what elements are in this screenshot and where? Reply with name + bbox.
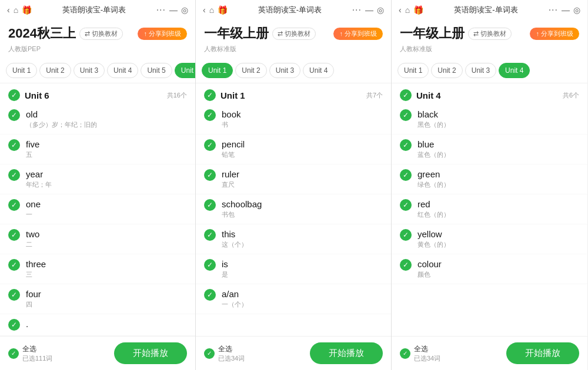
word-check-icon: ✓ — [204, 169, 216, 181]
word-english: is — [222, 259, 383, 269]
select-all-area[interactable]: ✓ 全选 已选34词 — [204, 344, 245, 363]
start-play-button[interactable]: 开始播放 — [506, 342, 579, 364]
word-item[interactable]: ✓ pencil 铅笔 — [196, 134, 391, 164]
word-check-icon: ✓ — [400, 229, 412, 241]
switch-material-button[interactable]: ⇄ 切换教材 — [272, 28, 316, 40]
unit-tab-4[interactable]: Unit 4 — [303, 63, 334, 78]
word-check-icon: ✓ — [204, 259, 216, 271]
record-icon[interactable]: ◎ — [573, 5, 580, 15]
home-icon[interactable]: ⌂ — [209, 5, 214, 15]
unit-tab-4[interactable]: Unit 4 — [107, 63, 138, 78]
start-play-button[interactable]: 开始播放 — [114, 342, 187, 364]
unit-tab-4[interactable]: Unit 4 — [499, 63, 530, 78]
back-icon[interactable]: ‹ — [203, 5, 206, 15]
share-button[interactable]: ↑ 分享到班级 — [138, 28, 187, 40]
minimize-icon[interactable]: — — [365, 5, 373, 15]
unit-tab-2[interactable]: Unit 2 — [39, 63, 71, 78]
word-item[interactable]: ✓ blue 蓝色（的） — [392, 134, 587, 164]
share-button[interactable]: ↑ 分享到班级 — [530, 28, 579, 40]
unit-tab-1[interactable]: Unit 1 — [397, 63, 429, 78]
word-check-icon: ✓ — [8, 169, 20, 181]
word-count: 共6个 — [563, 91, 579, 100]
word-item[interactable]: ✓ two 二 — [0, 224, 195, 254]
word-text: one 一 — [26, 199, 187, 219]
word-item[interactable]: ✓ schoolbag 书包 — [196, 194, 391, 224]
start-play-button[interactable]: 开始播放 — [310, 342, 383, 364]
word-chinese: 书 — [222, 120, 383, 129]
gift-icon[interactable]: 🎁 — [218, 5, 228, 15]
word-item[interactable]: ✓ . — [0, 314, 195, 336]
minimize-icon[interactable]: — — [169, 5, 178, 15]
select-all-label: 全选 — [414, 344, 440, 354]
gift-icon[interactable]: 🎁 — [22, 5, 32, 15]
unit-tab-2[interactable]: Unit 2 — [235, 63, 266, 78]
word-english: schoolbag — [222, 199, 383, 209]
home-icon[interactable]: ⌂ — [14, 5, 18, 15]
word-check-icon: ✓ — [400, 109, 412, 121]
word-item[interactable]: ✓ book 书 — [196, 105, 391, 134]
word-chinese: 书包 — [222, 210, 383, 219]
word-count: 共16个 — [167, 91, 187, 100]
unit-tab-1[interactable]: Unit 1 — [6, 63, 37, 78]
select-all-labels: 全选 已选34词 — [218, 344, 245, 363]
bottom-bar: ✓ 全选 已选34词 开始播放 — [392, 336, 587, 370]
select-all-label: 全选 — [218, 344, 245, 354]
unit-tab-6[interactable]: Unit 6 — [175, 63, 195, 78]
unit-tab-3[interactable]: Unit 3 — [269, 63, 300, 78]
publisher-label: 人教版PEP — [8, 45, 187, 53]
more-icon[interactable]: ··· — [352, 5, 362, 15]
select-all-area[interactable]: ✓ 全选 已选111词 — [8, 344, 52, 363]
word-chinese: 五 — [26, 150, 187, 159]
word-item[interactable]: ✓ four 四 — [0, 284, 195, 314]
word-item[interactable]: ✓ this 这（个） — [196, 224, 391, 254]
word-item[interactable]: ✓ black 黑色（的） — [392, 105, 587, 134]
word-item[interactable]: ✓ a/an 一（个） — [196, 284, 391, 314]
unit-tab-5[interactable]: Unit 5 — [141, 63, 172, 78]
switch-material-button[interactable]: ⇄ 切换教材 — [468, 28, 512, 40]
top-bar-left-icons: ‹ ⌂ 🎁 — [203, 5, 228, 15]
word-check-icon: ✓ — [400, 259, 412, 271]
unit-tab-2[interactable]: Unit 2 — [431, 63, 462, 78]
switch-material-button[interactable]: ⇄ 切换教材 — [79, 28, 123, 40]
word-text: ruler 直尺 — [222, 169, 383, 189]
back-icon[interactable]: ‹ — [7, 5, 10, 15]
unit-tabs: Unit 1Unit 2Unit 3Unit 4 — [392, 58, 587, 83]
word-chinese: 蓝色（的） — [417, 150, 579, 159]
minimize-icon[interactable]: — — [562, 5, 570, 15]
word-item[interactable]: ✓ green 绿色（的） — [392, 164, 587, 194]
book-title-row: 一年级上册 ⇄ 切换教材 ↑ 分享到班级 — [204, 25, 383, 42]
more-icon[interactable]: ··· — [549, 5, 558, 15]
word-item[interactable]: ✓ five 五 — [0, 134, 195, 164]
word-item[interactable]: ✓ yellow 黄色（的） — [392, 224, 587, 254]
word-text: three 三 — [26, 259, 187, 279]
select-all-icon: ✓ — [8, 348, 19, 359]
word-check-icon: ✓ — [204, 199, 216, 211]
home-icon[interactable]: ⌂ — [405, 5, 410, 15]
word-item[interactable]: ✓ is 是 — [196, 254, 391, 284]
unit-tab-3[interactable]: Unit 3 — [74, 63, 105, 78]
word-english: a/an — [222, 289, 383, 299]
word-item[interactable]: ✓ one 一 — [0, 194, 195, 224]
unit-header: ✓ Unit 6 共16个 — [0, 83, 195, 105]
publisher-label: 人教标准版 — [400, 45, 579, 53]
share-button[interactable]: ↑ 分享到班级 — [333, 28, 383, 40]
record-icon[interactable]: ◎ — [181, 5, 188, 15]
select-all-area[interactable]: ✓ 全选 已选34词 — [400, 344, 440, 363]
word-item[interactable]: ✓ colour 颜色 — [392, 254, 587, 284]
word-item[interactable]: ✓ ruler 直尺 — [196, 164, 391, 194]
word-chinese: 这（个） — [222, 240, 383, 249]
select-all-icon: ✓ — [400, 348, 410, 359]
selected-info: 已选34词 — [414, 354, 440, 363]
back-icon[interactable]: ‹ — [399, 5, 402, 15]
word-item[interactable]: ✓ three 三 — [0, 254, 195, 284]
word-item[interactable]: ✓ red 红色（的） — [392, 194, 587, 224]
unit-tab-1[interactable]: Unit 1 — [202, 63, 233, 78]
word-english: . — [26, 319, 187, 329]
word-item[interactable]: ✓ year 年纪；年 — [0, 164, 195, 194]
record-icon[interactable]: ◎ — [377, 5, 384, 15]
more-icon[interactable]: ··· — [156, 5, 166, 15]
word-item[interactable]: ✓ old （多少）岁；年纪；旧的 — [0, 105, 195, 134]
word-text: book 书 — [222, 109, 383, 129]
gift-icon[interactable]: 🎁 — [413, 5, 423, 15]
unit-tab-3[interactable]: Unit 3 — [465, 63, 496, 78]
